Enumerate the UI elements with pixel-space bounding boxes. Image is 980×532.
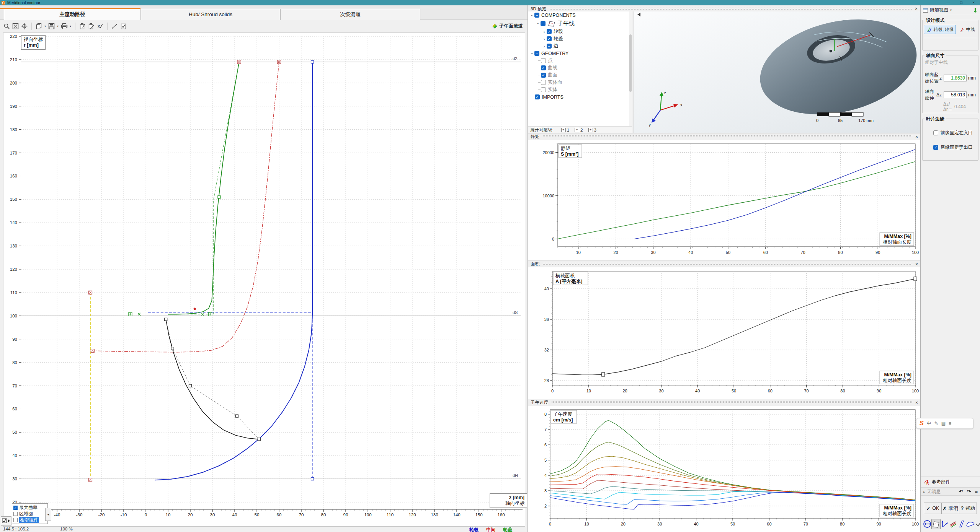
impeller-3d-view[interactable]: x z y 0 85 170 mm	[633, 11, 921, 133]
tree-item-曲面[interactable]: ✓曲面	[528, 72, 629, 79]
tree-checkbox-partial[interactable]: –	[534, 51, 539, 56]
tree-expander-icon[interactable]: ›	[536, 21, 541, 26]
copy-dropdown-icon[interactable]: ▾	[43, 24, 47, 28]
checkbox-unchecked[interactable]	[13, 518, 18, 522]
handle-sqbox[interactable]	[165, 318, 167, 321]
design-mode-centerline[interactable]: 中线	[957, 25, 977, 34]
center-view-icon[interactable]	[20, 22, 29, 31]
series-label[interactable]: 中间	[486, 527, 495, 532]
zoom-icon[interactable]	[2, 22, 11, 31]
area-header[interactable]: 面积 ×	[528, 260, 921, 267]
handle-xbox[interactable]	[237, 60, 241, 63]
checkbox-unchecked[interactable]	[13, 512, 18, 516]
trailing-edge-checkbox-row[interactable]: ✓ 尾缘固定于出口	[933, 144, 976, 151]
handle-sqbox[interactable]	[171, 347, 174, 350]
expand-level-2-button[interactable]: +2	[575, 128, 583, 132]
handle-sqbox[interactable]	[258, 438, 260, 441]
handle-sqbox[interactable]	[311, 60, 314, 63]
legend-item[interactable]: 相邻组件	[13, 517, 46, 523]
tree-expander-icon[interactable]: ›	[542, 37, 547, 41]
legend-item[interactable]: 区域圆	[13, 511, 46, 517]
tree-checkbox-off[interactable]	[541, 87, 546, 92]
checkbox-unchecked[interactable]	[933, 130, 938, 135]
redo-icon[interactable]: ↷	[967, 489, 971, 495]
handle-sqbox[interactable]	[311, 478, 314, 480]
tree-checkbox-on[interactable]: ✓	[547, 29, 552, 34]
handle-sqbox[interactable]	[189, 384, 192, 387]
meridian-view-icon[interactable]	[931, 519, 941, 529]
expand-level-1-button[interactable]: +1	[561, 128, 569, 132]
delete-settings-icon[interactable]: x	[96, 22, 105, 31]
tree-item-点[interactable]: 点	[528, 57, 629, 64]
handle-xbox[interactable]	[91, 349, 94, 353]
cancel-button[interactable]: ✗取消	[942, 503, 959, 514]
meridional-velocity-chart[interactable]: 01020304050607080901002345678子午速度cm [m/s…	[528, 406, 921, 532]
meridional-velocity-header[interactable]: 子午速度 ×	[528, 399, 921, 406]
green-down-arrow-icon[interactable]	[973, 8, 978, 13]
static-moment-chart[interactable]: 10203040506070809010001000020000静矩S [mm²…	[528, 140, 921, 260]
copy-icon[interactable]	[34, 22, 43, 31]
series-label[interactable]: 轮盖	[503, 527, 512, 532]
close-button[interactable]: ×	[972, 0, 975, 5]
chart-svg[interactable]: 10203040506070809010001000020000静矩S [mm²…	[528, 140, 921, 260]
handle-sqbox[interactable]	[218, 196, 220, 198]
checkbox-checked[interactable]: ✓	[13, 506, 18, 510]
design-mode-hub-shroud[interactable]: 轮毂, 轮缘	[924, 25, 956, 34]
collapse-3d-tree-icon[interactable]	[637, 13, 640, 16]
axial-extension-input[interactable]	[944, 91, 967, 98]
ime-toolbar[interactable]: S 中 ✎ ▦ ≡	[916, 418, 973, 429]
static-moment-header[interactable]: 静矩 ×	[528, 133, 921, 140]
close-icon[interactable]: ×	[915, 134, 918, 140]
handle-xbox[interactable]	[89, 291, 92, 294]
shroud-curve[interactable]	[168, 62, 239, 314]
maximize-button[interactable]: □	[960, 0, 962, 5]
ime-menu-icon[interactable]: ≡	[949, 421, 951, 426]
tree-item-实体面[interactable]: 实体面	[528, 79, 629, 86]
expand-level-3-button[interactable]: +3	[588, 128, 596, 132]
close-icon[interactable]: ×	[915, 400, 918, 405]
axial-start-input[interactable]	[944, 75, 967, 81]
ime-lang-toggle[interactable]: 中	[927, 420, 931, 427]
legend-collapse-button[interactable]: ◂	[45, 508, 51, 521]
legend-item[interactable]: ✓最大曲率	[13, 504, 46, 511]
save-icon[interactable]	[47, 22, 56, 31]
zoom-extents-icon[interactable]	[11, 22, 20, 31]
tree-checkbox-on[interactable]: ✓	[535, 94, 540, 99]
contour-lines-icon[interactable]	[949, 519, 957, 529]
mean-line[interactable]	[93, 62, 279, 352]
tree-item-轮盖[interactable]: ›✓轮盖	[528, 35, 629, 42]
reference-components-row[interactable]: R 参考部件	[924, 479, 978, 485]
tree-checkbox-off[interactable]	[541, 58, 546, 63]
tree-item-曲线[interactable]: ✓曲线	[528, 64, 629, 72]
handle-plusbox[interactable]	[209, 312, 212, 316]
tree-scrollbar[interactable]	[629, 11, 632, 126]
leading-edge-checkbox-row[interactable]: 前缘固定在入口	[933, 130, 976, 136]
additional-views-header[interactable]: 附加视图 ▾	[921, 5, 980, 15]
ime-logo[interactable]: S	[920, 420, 924, 427]
ok-button[interactable]: ✓OK	[924, 503, 942, 514]
handle-xbox[interactable]	[278, 60, 281, 63]
tree-expander-icon[interactable]: ›	[542, 44, 547, 49]
close-icon[interactable]: ×	[915, 6, 918, 11]
tree-checkbox-on[interactable]: ✓	[541, 65, 546, 70]
load-settings-icon[interactable]	[78, 22, 87, 31]
print-dropdown-icon[interactable]: ▾	[69, 24, 72, 28]
tree-expander-icon[interactable]: ›	[530, 13, 534, 18]
print-icon[interactable]	[60, 22, 69, 31]
tree-expander-icon[interactable]: ›	[542, 29, 547, 34]
shroud-control-polygon[interactable]	[168, 62, 239, 314]
collapse-messages-icon[interactable]: ▴	[923, 490, 925, 493]
undo-icon[interactable]: ↶	[959, 489, 963, 495]
tree-item-GEOMETRY[interactable]: ›–GEOMETRY	[528, 50, 629, 57]
tab-main-flow-path[interactable]: 主流动路径	[4, 9, 141, 20]
minimize-button[interactable]: —	[946, 0, 950, 5]
meridional-contour-canvas[interactable]: d2dSdH-40-30-20-100102030405060708090100…	[3, 33, 525, 527]
tab-hub-shroud-solids[interactable]: Hub/ Shroud solids	[141, 9, 280, 20]
tree-item-COMPONENTS[interactable]: ›–COMPONENTS	[528, 11, 629, 19]
handle-plusbox[interactable]	[129, 312, 132, 316]
checklist-icon[interactable]	[119, 22, 128, 31]
blade-profile-icon[interactable]	[966, 519, 975, 529]
chart-svg[interactable]: 01020304050607080901002345678子午速度cm [m/s…	[528, 406, 921, 532]
tree-checkbox-partial[interactable]: –	[534, 13, 539, 18]
tree-checkbox-partial[interactable]: –	[541, 21, 546, 26]
